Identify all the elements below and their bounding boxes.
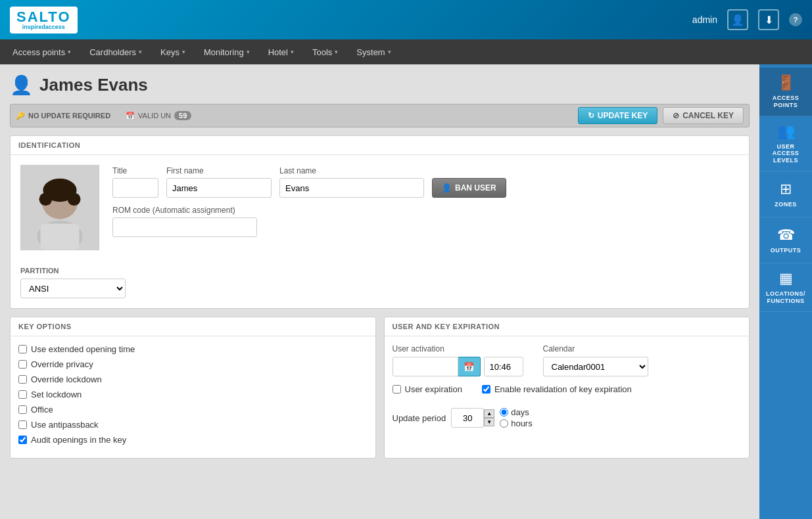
nav-tools[interactable]: Tools ▾ [303, 39, 347, 64]
firstname-field-group: First name [166, 166, 272, 198]
status-text: NO UPDATE REQUIRED [28, 112, 110, 120]
nav-hotel[interactable]: Hotel ▾ [259, 39, 303, 64]
identification-body: Title First name Last name [11, 155, 749, 260]
svg-point-4 [39, 192, 53, 206]
user-profile-icon[interactable]: 👤 [727, 9, 748, 30]
sidebar-item-outputs[interactable]: ☎ OUTPUTS [759, 217, 812, 263]
update-key-button[interactable]: ↻ UPDATE KEY [578, 107, 657, 124]
period-down-button[interactable]: ▼ [484, 418, 494, 426]
firstname-input[interactable] [166, 178, 272, 198]
checkbox-override-lockdown: Override lockdown [18, 374, 368, 384]
outputs-sidebar-label: OUTPUTS [771, 247, 801, 254]
bottom-grid: KEY OPTIONS Use extended opening time Ov… [10, 317, 750, 459]
sidebar-item-access-points[interactable]: 🚪 ACCESS POINTS [759, 68, 812, 116]
firstname-label: First name [166, 166, 272, 175]
sidebar-item-user-access-levels[interactable]: 👥 USER ACCESS LEVELS [759, 116, 812, 171]
checkbox-set-lockdown-input[interactable] [18, 390, 27, 399]
nav-cardholders[interactable]: Cardholders ▾ [80, 39, 151, 64]
identification-header: IDENTIFICATION [11, 136, 749, 155]
checkbox-office-label: Office [31, 405, 53, 415]
logo-sub: inspiredaccess [22, 24, 65, 30]
user-avatar-icon: 👤 [10, 74, 33, 96]
activation-calendar-button[interactable]: 📅 [458, 357, 481, 376]
nav-access-points-caret: ▾ [68, 49, 71, 55]
valid-un-group: 📅 VALID UN 59 [126, 111, 191, 120]
download-icon[interactable]: ⬇ [758, 9, 779, 30]
update-period-label: Update period [393, 413, 446, 423]
no-update-badge: 🔑 NO UPDATE REQUIRED [16, 112, 110, 120]
days-radio[interactable] [500, 408, 508, 417]
period-input[interactable] [451, 408, 484, 428]
logo-salto: SALTO [16, 10, 71, 24]
title-input[interactable] [112, 178, 158, 198]
enable-revalidation-checkbox-group: Enable revalidation of key expiration [482, 384, 632, 394]
checkbox-antipassback-input[interactable] [18, 420, 27, 429]
key-status-bar: 🔑 NO UPDATE REQUIRED 📅 VALID UN 59 ↻ UPD… [10, 104, 750, 127]
cancel-key-button[interactable]: ⊘ CANCEL KEY [663, 107, 744, 124]
lastname-input[interactable] [279, 178, 424, 198]
nav-monitoring-caret: ▾ [247, 49, 250, 55]
calendar-icon: 📅 [126, 112, 135, 120]
checkbox-set-lockdown-label: Set lockdown [31, 390, 82, 399]
svg-rect-6 [41, 224, 80, 250]
key-options-panel: KEY OPTIONS Use extended opening time Ov… [10, 317, 376, 459]
nav-keys-label: Keys [160, 47, 179, 57]
calendar-group: Calendar Calendar0001 [543, 344, 648, 376]
checkbox-override-privacy: Override privacy [18, 359, 368, 369]
nav-system[interactable]: System ▾ [347, 39, 400, 64]
ban-user-button[interactable]: 👤 BAN USER [432, 178, 506, 198]
nav-bar: Access points ▾ Cardholders ▾ Keys ▾ Mon… [0, 39, 812, 64]
help-icon[interactable]: ? [789, 13, 802, 26]
calendar-select[interactable]: Calendar0001 [543, 357, 648, 376]
checkbox-set-lockdown: Set lockdown [18, 390, 368, 399]
id-section: Title First name Last name [20, 165, 739, 250]
checkbox-override-lockdown-label: Override lockdown [31, 374, 102, 384]
enable-revalidation-checkbox[interactable] [482, 385, 490, 394]
sidebar-item-locations[interactable]: ▦ LOCATIONS/ FUNCTIONS [759, 263, 812, 312]
checkbox-audit-openings-label: Audit openings in the key [31, 435, 126, 445]
nav-system-caret: ▾ [388, 49, 391, 55]
checkbox-override-lockdown-input[interactable] [18, 375, 27, 384]
activation-date-group: 📅 [393, 357, 523, 376]
checkbox-override-privacy-input[interactable] [18, 360, 27, 369]
checkbox-use-extended: Use extended opening time [18, 344, 368, 354]
user-expiration-checkbox-group: User expiration [393, 384, 462, 394]
partition-select[interactable]: ANSI ISO Custom [20, 279, 126, 298]
sidebar-item-zones[interactable]: ⊞ ZONES [759, 171, 812, 217]
user-photo [21, 166, 99, 250]
nav-monitoring[interactable]: Monitoring ▾ [195, 39, 259, 64]
nav-keys[interactable]: Keys ▾ [151, 39, 195, 64]
key-options-body: Use extended opening time Override priva… [11, 336, 375, 458]
checkbox-office-input[interactable] [18, 405, 27, 414]
rom-input[interactable] [112, 217, 257, 237]
user-activation-label: User activation [393, 344, 523, 353]
zones-sidebar-label: ZONES [775, 201, 797, 208]
refresh-icon: ↻ [588, 111, 594, 120]
locations-icon: ▦ [779, 270, 793, 287]
main-container: 👤 James Evans 🔑 NO UPDATE REQUIRED 📅 VAL… [0, 64, 812, 519]
content-area: 👤 James Evans 🔑 NO UPDATE REQUIRED 📅 VAL… [0, 64, 759, 519]
zones-icon: ⊞ [780, 181, 792, 198]
cancel-key-label: CANCEL KEY [682, 111, 734, 120]
update-key-label: UPDATE KEY [598, 111, 648, 120]
ban-label: BAN USER [455, 183, 496, 192]
user-activation-group: User activation 📅 [393, 344, 523, 376]
expiration-header: USER AND KEY EXPIRATION [385, 317, 750, 336]
checkbox-use-extended-input[interactable] [18, 345, 27, 353]
access-points-icon: 🚪 [777, 74, 795, 91]
cancel-icon: ⊘ [673, 111, 679, 120]
period-up-button[interactable]: ▲ [484, 409, 494, 418]
checkbox-antipassback: Use antipassback [18, 420, 368, 430]
checkbox-audit-openings-input[interactable] [18, 436, 27, 444]
access-points-sidebar-label: ACCESS POINTS [763, 95, 809, 109]
rom-label: ROM code (Automatic assignment) [112, 206, 257, 215]
nav-access-points[interactable]: Access points ▾ [3, 39, 80, 64]
user-expiration-checkbox[interactable] [393, 385, 401, 394]
days-label: days [511, 407, 529, 417]
nav-hotel-label: Hotel [268, 47, 288, 57]
hours-radio[interactable] [500, 419, 508, 428]
activation-time-input[interactable] [484, 357, 523, 376]
ban-icon: 👤 [442, 183, 452, 192]
activation-date-input[interactable] [393, 357, 458, 376]
update-period-row: Update period ▲ ▼ days [393, 407, 742, 428]
